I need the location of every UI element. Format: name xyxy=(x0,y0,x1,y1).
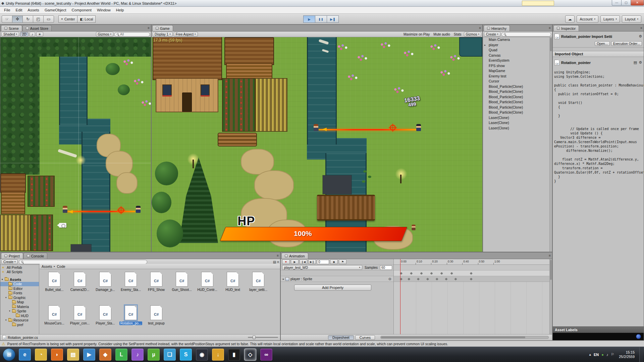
hierarchy-item[interactable]: FPS show xyxy=(483,63,549,69)
timeline-hscrollbar[interactable] xyxy=(380,336,549,339)
panel-menu-icon[interactable]: ≡ xyxy=(277,260,279,264)
line-icon[interactable]: L xyxy=(115,349,127,361)
hierarchy-item[interactable]: Cursor xyxy=(483,79,549,84)
cloud-button[interactable]: ☁ xyxy=(565,15,575,23)
execution-order-button[interactable]: Execution Order... xyxy=(611,41,642,46)
keyframe-icon[interactable]: ◆ xyxy=(408,277,410,281)
breadcrumb-code[interactable]: Code xyxy=(57,264,65,268)
show-desktop-button[interactable] xyxy=(639,347,643,362)
hierarchy-item[interactable]: Blood_Particle(Clone) xyxy=(483,95,549,100)
project-file[interactable]: C# FPS_Show xyxy=(144,272,169,301)
keyframe-icon[interactable]: ◆ xyxy=(426,277,429,281)
add-property-button[interactable]: Add Property xyxy=(294,285,371,291)
display-dropdown[interactable]: Display 1 ▾ xyxy=(153,32,173,37)
keyframe-icon[interactable]: ◆ xyxy=(417,277,420,281)
minimize-button[interactable]: — xyxy=(612,0,622,6)
hierarchy-item[interactable]: Laser(Clone) xyxy=(483,120,549,126)
hierarchy-item[interactable]: Enemy test xyxy=(483,74,549,79)
close-button[interactable]: ✕ xyxy=(631,0,644,6)
panel-menu-icon[interactable]: ≡ xyxy=(277,254,279,257)
open-script-button[interactable]: Open... xyxy=(595,41,610,46)
itunes-icon[interactable]: ♪ xyxy=(131,349,144,361)
scene-search[interactable] xyxy=(114,32,150,37)
tray-status-icon[interactable]: ● xyxy=(601,353,604,357)
hierarchy-item[interactable]: Blood_Particle(Clone) xyxy=(483,84,549,89)
folder-hud[interactable]: HUD xyxy=(0,313,39,318)
animation-timeline[interactable]: 0:000:100:200:300:400:501:00 ◆◆◆◆◆◆◆ ◆◆◆… xyxy=(394,259,549,334)
menu-item[interactable]: Component xyxy=(69,7,94,13)
playhead-line[interactable] xyxy=(400,259,400,334)
camera-gizmo-icon[interactable] xyxy=(59,223,66,228)
scene-gizmos-dropdown[interactable]: Gizmos ▾ xyxy=(96,32,113,37)
maximize-button[interactable]: ▢ xyxy=(621,0,631,6)
hierarchy-item[interactable]: Blood_Particle(Clone) xyxy=(483,110,549,115)
space-toggle-button[interactable]: ◧ Local xyxy=(77,15,96,23)
chrome-icon[interactable]: ◔ xyxy=(35,349,47,361)
hierarchy-item[interactable]: Quad xyxy=(483,48,549,53)
game-gizmos-dropdown[interactable]: Gizmos ▾ xyxy=(464,32,481,37)
hierarchy-item[interactable]: Laser(Clone) xyxy=(483,115,549,121)
panel-menu-icon[interactable]: ≡ xyxy=(479,26,481,30)
tab-scene[interactable]: Scene xyxy=(1,25,22,31)
hierarchy-item[interactable]: Main Camera xyxy=(483,37,549,43)
move-tool-button[interactable]: ✜ xyxy=(12,15,23,23)
visual-studio-icon[interactable]: ∞ xyxy=(260,349,272,361)
folder-assets[interactable]: ▾ Assets xyxy=(0,277,39,282)
player-sprite[interactable] xyxy=(314,124,318,131)
asset-bundle-button[interactable] xyxy=(636,334,641,339)
curves-tab[interactable]: Curves xyxy=(355,335,375,340)
folder-fonts[interactable]: Fonts xyxy=(0,291,39,296)
aspect-dropdown[interactable]: Free Aspect ▾ xyxy=(174,32,198,37)
volume-icon[interactable]: ♪ xyxy=(606,353,608,357)
property-keyframe-track[interactable]: ◆◆◆◆◆◆◆◆ xyxy=(394,276,549,282)
animated-property-row[interactable]: ▸ player : Sprite ⊖ xyxy=(281,276,393,282)
timeline-ruler[interactable]: 0:000:100:200:300:400:501:00 xyxy=(394,259,549,265)
menu-item[interactable]: GameObject xyxy=(42,7,69,13)
keyframe-icon[interactable]: ◆ xyxy=(445,277,447,281)
mute-audio-toggle[interactable]: Mute audio xyxy=(432,33,451,36)
record-button[interactable]: ● xyxy=(282,259,290,264)
hierarchy-item[interactable]: MapGame xyxy=(483,68,549,74)
gear-icon[interactable]: ⚙ xyxy=(639,60,642,65)
utorrent-icon[interactable]: µ xyxy=(148,349,160,361)
add-keyframe-button[interactable]: ◆ xyxy=(330,259,338,264)
2d-toggle-button[interactable]: 2D xyxy=(20,32,29,37)
status-bar[interactable]: ⚠ Parent of RectTransform is being set w… xyxy=(0,341,644,347)
keyframe-icon[interactable]: ◆ xyxy=(470,272,472,275)
tab-inspector[interactable]: Inspector xyxy=(553,25,579,31)
maximize-on-play-toggle[interactable]: Maximize on Play xyxy=(402,33,431,36)
stats-toggle[interactable]: Stats xyxy=(452,33,463,36)
scene-audio-toggle[interactable]: ♪ xyxy=(30,32,35,37)
tab-asset-store[interactable]: Asset Store xyxy=(22,25,52,31)
project-file[interactable]: C# test_popup xyxy=(144,305,169,334)
internet-explorer-icon[interactable]: e xyxy=(19,349,31,361)
gear-icon[interactable]: ⚙ xyxy=(639,34,642,39)
scene-lighting-toggle[interactable]: ☀ xyxy=(36,32,43,37)
hierarchy-item[interactable]: Canvas xyxy=(483,53,549,58)
project-search[interactable] xyxy=(19,260,147,264)
slider-knob[interactable] xyxy=(253,336,256,339)
project-file[interactable]: C# Enemy_Sta... xyxy=(118,272,144,301)
project-search-input[interactable] xyxy=(24,260,145,264)
next-keyframe-button[interactable]: ▶❙ xyxy=(308,259,316,264)
hierarchy-search-input[interactable] xyxy=(507,33,549,36)
summary-keyframe-track[interactable]: ◆◆◆◆◆◆◆ xyxy=(394,270,549,276)
keyframe-icon[interactable]: ◆ xyxy=(400,272,402,275)
enemy-sprite[interactable] xyxy=(416,124,421,131)
panel-menu-icon[interactable]: ≡ xyxy=(549,26,551,30)
hierarchy-create-dropdown[interactable]: Create ▾ xyxy=(484,32,500,37)
current-frame-field[interactable] xyxy=(317,260,329,264)
favorite-all-prefab[interactable]: ★ All Prefab xyxy=(0,265,39,270)
panel-menu-icon[interactable]: ≡ xyxy=(549,254,551,257)
pause-button[interactable]: ❚❚ xyxy=(315,15,327,23)
scene-search-input[interactable] xyxy=(120,33,148,36)
menu-item[interactable]: Edit xyxy=(13,7,25,13)
enemy-sprite[interactable] xyxy=(136,206,141,213)
keyframe-icon[interactable]: ◆ xyxy=(454,277,457,281)
layout-dropdown[interactable]: Layout ▾ xyxy=(622,15,641,23)
keyframe-icon[interactable]: ◆ xyxy=(440,272,443,275)
shading-mode-dropdown[interactable]: Shaded ▾ xyxy=(1,32,19,37)
project-create-dropdown[interactable]: Create ▾ xyxy=(1,259,18,264)
remove-property-icon[interactable]: ⊖ xyxy=(388,277,391,281)
explorer-folder-icon[interactable]: ▤ xyxy=(67,349,79,361)
